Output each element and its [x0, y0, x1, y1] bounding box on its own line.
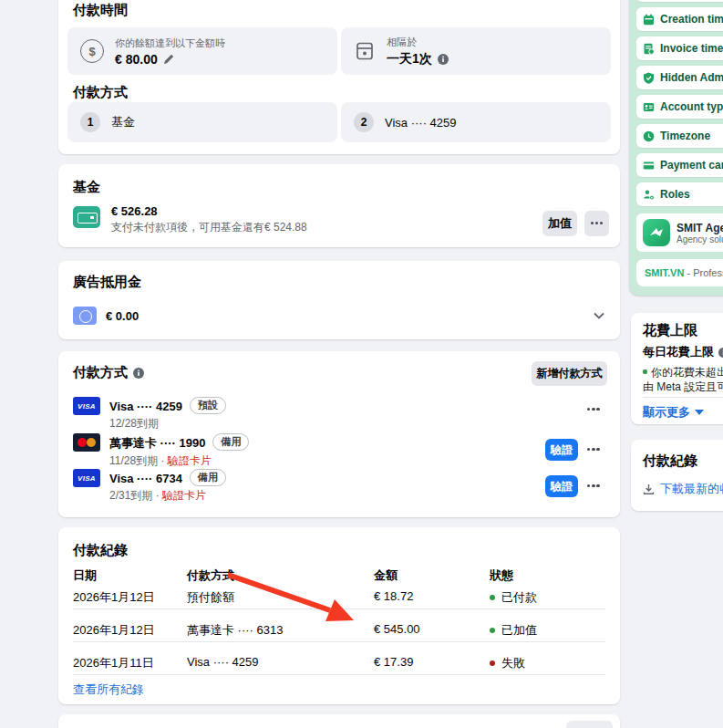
chevron-down-icon[interactable]	[593, 309, 605, 322]
info-icon[interactable]	[133, 368, 144, 379]
column-header-status: 狀態	[490, 567, 513, 584]
download-receipt-link[interactable]: 下載最新的收據	[660, 481, 723, 497]
card-title: 萬事達卡 ···· 1990	[109, 436, 205, 450]
top-up-button[interactable]: 加值	[542, 211, 577, 236]
row-divider	[73, 641, 605, 642]
step-number: 2	[354, 112, 374, 132]
history-row-method: 預付餘額	[187, 589, 234, 606]
card-title: Visa ···· 6734	[109, 472, 182, 485]
sidebar-item-hidden-admin[interactable]: Hidden Admin	[636, 66, 723, 89]
edit-pencil-icon[interactable]	[163, 54, 174, 65]
backup-pill: 備用	[190, 469, 226, 486]
brand-name: SMIT.VN	[645, 267, 684, 278]
triangle-down-icon	[695, 410, 704, 415]
invoice-icon	[643, 43, 655, 55]
step-label: Visa ···· 4259	[385, 116, 457, 130]
history-row-amount: € 17.39	[374, 655, 413, 669]
funds-more-options-button[interactable]	[584, 211, 609, 236]
step-number: 1	[80, 112, 100, 132]
sidebar-item-invoice-time[interactable]: Invoice time	[636, 36, 723, 60]
history-row-method: Visa ···· 4259	[187, 655, 259, 669]
id-card-icon	[643, 101, 655, 113]
column-header-amount: 金額	[374, 567, 398, 584]
download-icon	[643, 484, 655, 495]
clock-icon	[643, 130, 655, 142]
agency-brand-badge[interactable]: SMIT.VN - Professional	[636, 259, 723, 286]
payment-order-heading: 付款方式	[73, 84, 128, 101]
calendar-icon	[643, 14, 655, 26]
spend-limit-card: 花費上限 每日花費上限 你的花費未超出今 由 Meta 設定且可能 顯示更多	[631, 313, 723, 424]
billing-icon	[354, 40, 376, 62]
billing-settings-page: 付款時間 $ 你的餘額達到以下金額時 € 80.00 相隔於 一天1次 付款	[0, 0, 723, 728]
info-icon[interactable]	[718, 348, 723, 358]
show-more-link[interactable]: 顯示更多	[643, 404, 704, 421]
wallet-icon	[73, 206, 100, 228]
receipts-card: 付款紀錄 下載最新的收據	[631, 440, 723, 511]
funds-note: 支付未付款項後，可用基金還有€ 524.88	[111, 220, 307, 235]
payment-time-heading: 付款時間	[73, 2, 128, 19]
agency-subtitle: Agency solutions	[677, 234, 723, 244]
backup-pill: 備用	[212, 433, 249, 451]
spend-limit-heading: 花費上限	[643, 322, 697, 339]
sidebar-item-label: Invoice time	[660, 42, 723, 55]
agency-logo-icon	[643, 219, 670, 246]
credit-card-icon	[643, 160, 655, 172]
payment-method-row: VISA Visa ···· 4259預設 12/28到期	[73, 397, 226, 432]
payment-methods-card: 付款方式 新增付款方式 VISA Visa ···· 4259預設 12/28到…	[58, 351, 620, 517]
funds-amount: € 526.28	[111, 204, 158, 218]
sidebar-item-payment-card[interactable]: Payment card	[636, 153, 723, 177]
receipts-heading: 付款紀錄	[643, 452, 697, 470]
daily-spend-limit-heading: 每日花費上限	[643, 344, 714, 360]
payment-methods-heading: 付款方式	[73, 364, 128, 381]
history-row-amount: € 18.72	[374, 589, 413, 603]
sidebar-item-timezone[interactable]: Timezone	[636, 124, 723, 148]
status-dot-green	[490, 595, 495, 600]
status-dot-red	[490, 660, 495, 666]
frequency-label: 相隔於	[387, 36, 449, 49]
agency-card[interactable]: SMIT Agency Agency solutions	[636, 213, 723, 252]
column-header-method: 付款方式	[187, 567, 234, 584]
sidebar-item-label: Hidden Admin	[660, 71, 723, 84]
add-payment-method-button[interactable]: 新增付款方式	[532, 361, 607, 386]
payment-history-card: 付款紀錄 日期 付款方式 金額 狀態 2026年1月12日 預付餘額 € 18.…	[58, 527, 620, 704]
ellipsis-icon	[591, 222, 604, 225]
ad-credit-coin-icon	[73, 307, 97, 325]
row-divider	[73, 674, 605, 675]
history-row-status: 已付款	[490, 589, 537, 606]
verify-button[interactable]: 驗證	[545, 475, 578, 497]
sidebar-item-label: Creation time	[660, 13, 723, 26]
step-label: 基金	[111, 114, 135, 130]
side-item-partial[interactable]	[636, 0, 723, 2]
sidebar-item-label: Account type	[660, 100, 723, 113]
sidebar-item-roles[interactable]: Roles	[636, 182, 723, 206]
spend-limit-note-line1: 你的花費未超出今	[643, 365, 723, 380]
info-icon[interactable]	[438, 54, 449, 65]
history-row-method: 萬事達卡 ···· 6313	[187, 622, 283, 639]
history-row-amount: € 545.00	[374, 622, 420, 636]
next-card-sliver	[58, 714, 620, 728]
card-expiry: 2/31到期	[109, 489, 152, 502]
button-sliver[interactable]	[566, 721, 613, 728]
sidebar-item-creation-time[interactable]: Creation time	[636, 7, 723, 31]
green-bullet	[643, 369, 647, 374]
mastercard-badge-icon	[73, 433, 100, 452]
payment-time-card: 付款時間 $ 你的餘額達到以下金額時 € 80.00 相隔於 一天1次 付款	[58, 0, 620, 154]
brand-tagline: - Professional	[687, 267, 723, 278]
funds-card: 基金 € 526.28 支付未付款項後，可用基金還有€ 524.88 加值	[58, 164, 620, 247]
history-row-date: 2026年1月12日	[73, 589, 155, 606]
default-pill: 預設	[190, 397, 226, 414]
separator: ·	[160, 454, 164, 467]
history-row-status: 失敗	[490, 655, 525, 671]
ad-credit-card: 廣告抵用金 € 0.00	[58, 261, 620, 339]
spend-limit-note-line2: 由 Meta 設定且可能	[643, 380, 723, 395]
balance-threshold-box: $ 你的餘額達到以下金額時 € 80.00	[67, 27, 337, 75]
payment-history-heading: 付款紀錄	[73, 542, 128, 559]
history-row-date: 2026年1月11日	[73, 655, 154, 671]
sidebar-item-account-type[interactable]: Account type	[636, 95, 723, 119]
payment-method-row: VISA Visa ···· 6734備用 2/31到期 · 驗證卡片	[73, 469, 226, 504]
funds-heading: 基金	[73, 179, 100, 196]
billing-frequency-box: 相隔於 一天1次	[341, 27, 611, 75]
view-all-records-link[interactable]: 查看所有紀錄	[73, 681, 144, 698]
extension-side-panel: Creation time Invoice time Hidden Admin …	[629, 0, 723, 296]
verify-button[interactable]: 驗證	[545, 439, 578, 461]
